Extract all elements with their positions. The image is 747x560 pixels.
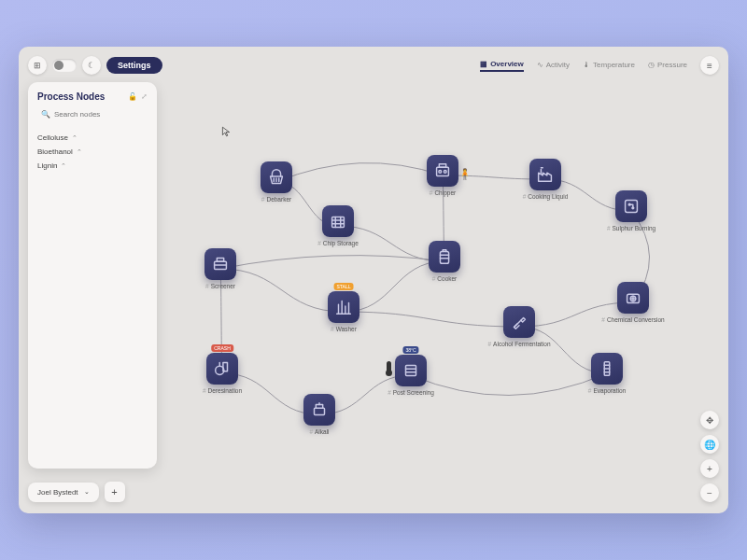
reactor-icon[interactable]	[206, 353, 238, 385]
node-sulphur[interactable]: #Sulphur Burning	[615, 190, 647, 231]
chevron-up-icon: ⌃	[61, 162, 66, 170]
edge-screener-washer	[220, 269, 344, 312]
activity-icon: ∿	[537, 61, 543, 69]
svg-rect-0	[332, 217, 345, 227]
tab-pressure[interactable]: ◷ Pressure	[648, 61, 687, 71]
node-chemconv[interactable]: #Chemical Conversion	[617, 282, 649, 323]
grid-icon: ▦	[480, 60, 487, 68]
chevron-up-icon: ⌃	[77, 148, 82, 156]
node-debarker[interactable]: #Debarker	[261, 161, 292, 203]
tools-icon[interactable]	[503, 306, 535, 338]
theme-toggle[interactable]	[52, 59, 77, 72]
node-badge: 38°C	[402, 346, 418, 354]
node-cookliq[interactable]: #Cooking Liquid	[529, 159, 561, 200]
tank-icon[interactable]	[429, 241, 460, 273]
node-chipstorage[interactable]: #Chip Storage	[322, 205, 354, 246]
node-label: #Alkali	[303, 428, 335, 435]
settings-button[interactable]: Settings	[106, 57, 162, 74]
tree-label: Bioethanol	[37, 147, 73, 156]
app-window: ⊞ ☾ Settings ▦ Overview ∿ Activity 🌡 Tem…	[19, 47, 728, 513]
view-tabs: ▦ Overview ∿ Activity 🌡 Temperature ◷ Pr…	[480, 60, 687, 72]
tab-label: Overview	[490, 60, 524, 68]
tree-item-lignin[interactable]: Lignin ⌃	[37, 159, 148, 173]
press-icon[interactable]	[303, 394, 335, 426]
layout-toggle-button[interactable]: ⊞	[28, 56, 47, 75]
globe-button[interactable]: 🌐	[700, 435, 719, 454]
zoom-in-button[interactable]: +	[700, 459, 719, 478]
chevron-up-icon: ⌃	[72, 134, 78, 142]
node-evap[interactable]: #Evaporation	[591, 353, 623, 394]
node-label: #Post Screening	[395, 389, 427, 396]
node-badge: CRASH	[211, 344, 233, 352]
search-box[interactable]: 🔍	[37, 107, 148, 121]
storage-icon[interactable]	[322, 205, 354, 237]
svg-point-4	[444, 171, 446, 174]
user-area: Joel Bystedt ⌄ +	[28, 482, 125, 502]
screener-icon[interactable]	[204, 248, 236, 280]
basket-icon[interactable]	[261, 161, 292, 193]
expand-icon[interactable]: ⤢	[141, 92, 148, 101]
tab-overview[interactable]: ▦ Overview	[480, 60, 524, 72]
sidebar-title: Process Nodes	[37, 91, 105, 102]
tab-temperature[interactable]: 🌡 Temperature	[583, 61, 635, 71]
machine-icon[interactable]	[427, 155, 458, 187]
svg-rect-17	[315, 408, 325, 414]
unlock-icon[interactable]: 🔓	[128, 92, 137, 101]
mixer-icon[interactable]	[617, 282, 649, 314]
tab-activity[interactable]: ∿ Activity	[537, 61, 570, 71]
edge-washer-alcferm	[344, 312, 519, 327]
node-label: #Sulphur Burning	[615, 225, 647, 231]
node-label: #Evaporation	[591, 387, 623, 394]
svg-point-3	[439, 171, 442, 174]
node-label: #Chip Storage	[322, 240, 354, 246]
column-icon[interactable]	[591, 353, 623, 385]
tab-label: Activity	[546, 61, 570, 69]
node-washer[interactable]: STALL#Washer	[328, 291, 359, 332]
topbar: ⊞ ☾ Settings ▦ Overview ∿ Activity 🌡 Tem…	[28, 56, 719, 75]
svg-rect-14	[406, 366, 416, 376]
tab-label: Temperature	[593, 61, 635, 69]
factory-icon[interactable]	[529, 159, 561, 190]
node-label: #Debarker	[261, 196, 292, 203]
tree-item-bioethanol[interactable]: Bioethanol ⌃	[37, 145, 148, 159]
more-menu-button[interactable]: ≡	[700, 56, 719, 75]
cursor-icon	[220, 126, 232, 137]
circuit-icon[interactable]	[615, 190, 647, 222]
search-icon: 🔍	[41, 110, 50, 119]
tree-item-cellulose[interactable]: Celloluse ⌃	[37, 131, 148, 145]
moon-icon[interactable]: ☾	[82, 56, 101, 75]
node-alkali[interactable]: #Alkali	[303, 394, 335, 435]
zoom-out-button[interactable]: −	[700, 483, 719, 502]
svg-rect-16	[223, 363, 228, 371]
node-cooker[interactable]: #Cooker	[429, 241, 460, 282]
node-chipper[interactable]: #Chipper	[427, 155, 458, 196]
node-postscr[interactable]: 38°C#Post Screening	[395, 355, 427, 396]
thermometer-icon: 🌡	[583, 61, 590, 69]
tree-label: Lignin	[37, 161, 57, 170]
node-screener[interactable]: #Screener	[204, 248, 236, 289]
node-deres[interactable]: CRASH#Deresination	[206, 353, 238, 394]
user-chip[interactable]: Joel Bystedt ⌄	[28, 483, 99, 502]
edge-alcferm-chemconv	[519, 302, 633, 327]
node-label: #Deresination	[206, 387, 238, 394]
node-label: #Screener	[204, 283, 236, 289]
svg-rect-8	[440, 252, 448, 264]
node-badge: STALL	[334, 283, 354, 290]
node-label: #Cooker	[429, 275, 460, 282]
screen2-icon[interactable]	[395, 355, 427, 386]
node-label: #Chipper	[427, 189, 458, 196]
add-user-button[interactable]: +	[105, 482, 125, 502]
svg-rect-5	[626, 201, 638, 213]
search-input[interactable]	[54, 110, 152, 119]
node-alcferm[interactable]: #Alcohol Fermentation	[503, 306, 535, 347]
svg-rect-2	[439, 164, 445, 168]
sidebar: Process Nodes 🔓 ⤢ 🔍 Celloluse ⌃ Bioethan…	[28, 82, 157, 469]
user-name: Joel Bystedt	[37, 488, 78, 497]
edge-debarker-chipper	[276, 163, 443, 182]
node-label: #Washer	[328, 326, 359, 332]
chevron-down-icon: ⌄	[84, 488, 90, 496]
tab-label: Pressure	[657, 61, 687, 69]
locate-button[interactable]: ✥	[700, 411, 719, 429]
tree-label: Celloluse	[37, 133, 68, 142]
bars-icon[interactable]	[328, 291, 359, 323]
